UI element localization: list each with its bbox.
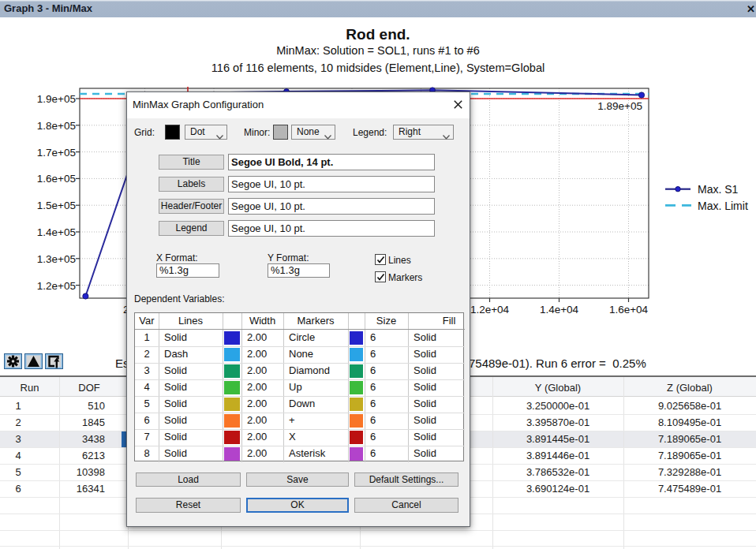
svg-text:1.4e+05: 1.4e+05 <box>37 226 76 238</box>
svg-text:Max. Limit: Max. Limit <box>698 200 748 212</box>
svg-text:1.2e+05: 1.2e+05 <box>37 280 76 292</box>
svg-text:1.6e+05: 1.6e+05 <box>37 173 76 185</box>
svg-text:1.8e+05: 1.8e+05 <box>37 120 76 132</box>
svg-text:1.7e+05: 1.7e+05 <box>37 147 76 159</box>
svg-text:1.5e+05: 1.5e+05 <box>37 200 76 211</box>
svg-text:1.3e+05: 1.3e+05 <box>37 253 76 265</box>
svg-text:1.2e+04: 1.2e+04 <box>470 304 510 316</box>
svg-text:1.9e+05: 1.9e+05 <box>37 93 76 105</box>
svg-text:1.4e+04: 1.4e+04 <box>540 304 579 316</box>
svg-text:1.89e+05: 1.89e+05 <box>597 100 642 112</box>
svg-text:1.6e+04: 1.6e+04 <box>609 304 649 316</box>
svg-text:Max. S1: Max. S1 <box>698 183 739 196</box>
